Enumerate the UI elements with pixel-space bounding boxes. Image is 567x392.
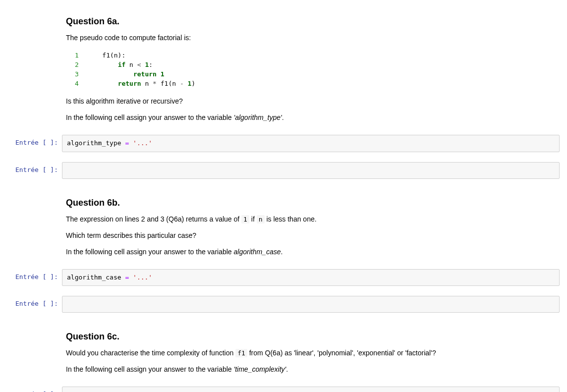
instruction-prefix: In the following cell assign your answer… [66,113,234,121]
text-segment: if [249,215,257,223]
question-instruction: In the following cell assign your answer… [66,112,556,123]
code-op: = [121,139,133,147]
instruction-var: 'time_complexity' [234,365,286,373]
instruction-suffix: . [286,365,288,373]
code-cell: Entrée [ ]: [7,296,560,313]
markdown-cell-q6c: Question 6c. Would you characterise the … [7,323,560,385]
code-op: = [121,274,133,281]
instruction-suffix: . [282,113,284,121]
question-title: Question 6c. [66,332,556,342]
text-segment: Would you characterise the time complexi… [66,349,235,357]
input-prompt: Entrée [ ]: [7,387,62,392]
input-prompt: Entrée [ ]: [7,269,62,286]
instruction-prefix: In the following cell assign your answer… [66,248,234,256]
code-input[interactable] [62,296,560,313]
code-input[interactable]: time_complexity = '...' [62,387,560,392]
instruction-var: 'algorithm_type' [234,113,282,121]
text-segment: The expression on lines 2 and 3 (Q6a) re… [66,215,241,223]
question-text: Is this algorithm iterative or recursive… [66,96,556,107]
instruction-prefix: In the following cell assign your answer… [66,365,234,373]
input-prompt: Entrée [ ]: [7,135,62,152]
question-line1: Would you characterise the time complexi… [66,348,556,358]
input-prompt: Entrée [ ]: [7,162,62,179]
question-title: Question 6a. [66,16,556,27]
question-instruction: In the following cell assign your answer… [66,364,556,375]
markdown-cell-q6b: Question 6b. The expression on lines 2 a… [7,189,560,267]
instruction-var: algorithm_case [234,248,281,256]
pseudo-code-block: 1 f1(n):2 if n < 1:3 return 14 return n … [66,49,556,90]
inline-code: n [257,215,265,224]
markdown-cell-q6a: Question 6a. The pseudo code to compute … [7,7,560,133]
inline-code: 1 [241,215,249,224]
code-cell: Entrée [ ]: algorithm_case = '...' [7,269,560,286]
code-cell: Entrée [ ]: algorithm_type = '...' [7,135,560,152]
code-var: algorithm_case [67,274,121,281]
code-var: algorithm_type [67,139,121,147]
text-segment: is less than one. [265,215,317,223]
input-prompt: Entrée [ ]: [7,296,62,313]
question-title: Question 6b. [66,198,556,208]
question-intro: The pseudo code to compute factorial is: [66,33,556,43]
code-input[interactable] [62,162,560,179]
code-str: '...' [133,139,152,147]
code-cell: Entrée [ ]: [7,162,560,179]
inline-code: f1 [235,349,247,357]
question-text: Which term describes this particular cas… [66,230,556,241]
text-segment: from Q(6a) as 'linear', 'polynomial', 'e… [247,349,436,357]
code-input[interactable]: algorithm_case = '...' [62,269,560,286]
code-input[interactable]: algorithm_type = '...' [62,135,560,152]
notebook: Question 6a. The pseudo code to compute … [0,0,567,392]
question-line1: The expression on lines 2 and 3 (Q6a) re… [66,214,556,224]
instruction-suffix: . [281,248,283,256]
question-instruction: In the following cell assign your answer… [66,247,556,257]
code-str: '...' [133,274,152,281]
code-cell: Entrée [ ]: time_complexity = '...' [7,387,560,392]
